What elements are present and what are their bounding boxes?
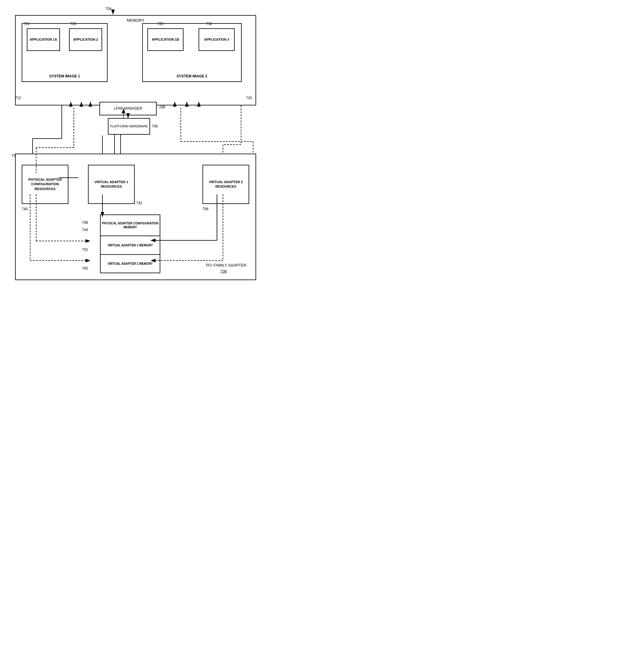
virtual-adapter-1-resources-box: VIRTUAL ADAPTER 1 RESOURCES	[88, 165, 135, 204]
system-image-1-label: SYSTEM IMAGE 1	[49, 74, 80, 79]
virtual-adapter-1-resources-label: VIRTUAL ADAPTER 1 RESOURCES	[89, 180, 134, 189]
pci-family-adapter-label: PCI FAMILY ADAPTER	[206, 263, 246, 267]
lpar-manager-label: LPAR MANAGER	[114, 106, 142, 111]
ref-736: 736	[220, 269, 227, 273]
memory-stack-container: PHYSICAL ADAPTER CONFIGURATION MEMORY VI…	[100, 214, 160, 273]
virtual-adapter-1-memory-section: VIRTUAL ADAPTER 1 MEMORY	[101, 236, 160, 255]
ref-704: 704	[105, 7, 111, 11]
app-2-box: APPLICATION 2	[69, 28, 102, 51]
ref-700: 700	[152, 124, 158, 128]
memory-box: MEMORY APPLICATION 1A APPLICATION 2 SYST…	[15, 15, 256, 105]
ref-724: 724	[246, 96, 252, 100]
ref-742: 742	[136, 201, 142, 205]
ref-756: 756	[202, 207, 209, 211]
ref-732: 732	[206, 22, 212, 26]
system-image-2-box: APPLICATION 1B APPLICATION 3 SYSTEM IMAG…	[142, 23, 242, 82]
ref-728: 728	[157, 22, 163, 26]
virtual-adapter-2-resources-label: VIRTUAL ADAPTER 2 RESOURCES	[203, 180, 248, 189]
ref-712: 712	[15, 96, 21, 100]
platform-hardware-box: PLATFORM HARDWARE	[108, 118, 150, 135]
ref-760: 760	[82, 266, 88, 270]
ref-708: 708	[159, 104, 165, 108]
virtual-adapter-1-memory-label: VIRTUAL ADAPTER 1 MEMORY	[108, 243, 153, 247]
phys-adapter-config-resources-box: PHYSICAL ADAPTER CONFIGURATION RESOURCES	[22, 165, 69, 204]
phys-adapter-config-memory-label: PHYSICAL ADAPTER CONFIGURATION MEMORY	[102, 221, 159, 229]
ref-752: 752	[82, 248, 88, 252]
app-2-label: APPLICATION 2	[73, 37, 98, 41]
virtual-adapter-2-memory-section: VIRTUAL ADAPTER 2 MEMORY	[101, 255, 160, 272]
phys-adapter-config-memory-section: PHYSICAL ADAPTER CONFIGURATION MEMORY	[101, 215, 160, 236]
ref-716: 716	[23, 22, 29, 26]
app-1b-label: APPLICATION 1B	[152, 37, 179, 41]
system-image-1-box: APPLICATION 1A APPLICATION 2 SYSTEM IMAG…	[22, 23, 108, 82]
app-3-box: APPLICATION 3	[199, 28, 235, 51]
platform-hardware-label: PLATFORM HARDWARE	[110, 124, 148, 129]
phys-adapter-config-resources-label: PHYSICAL ADAPTER CONFIGURATION RESOURCES	[22, 178, 68, 191]
pci-family-adapter-box: PCI FAMILY ADAPTER 736 PHYSICAL ADAPTER …	[15, 153, 256, 280]
app-3-label: APPLICATION 3	[204, 37, 229, 41]
app-1a-box: APPLICATION 1A	[27, 28, 60, 51]
virtual-adapter-2-memory-label: VIRTUAL ADAPTER 2 MEMORY	[108, 262, 153, 266]
ref-744: 744	[82, 228, 88, 232]
lpar-manager-box: LPAR MANAGER	[99, 102, 157, 115]
diagram: 704 MEMORY APPLICATION 1A APPLICATION 2 …	[6, 6, 265, 289]
memory-label: MEMORY	[127, 18, 144, 23]
app-1a-label: APPLICATION 1A	[30, 37, 57, 41]
ref-740: 740	[22, 207, 28, 211]
virtual-adapter-2-resources-box: VIRTUAL ADAPTER 2 RESOURCES	[202, 165, 249, 204]
system-image-2-label: SYSTEM IMAGE 2	[177, 74, 207, 79]
app-1b-box: APPLICATION 1B	[147, 28, 184, 51]
ref-720: 720	[70, 22, 76, 26]
ref-748: 748	[82, 220, 88, 225]
